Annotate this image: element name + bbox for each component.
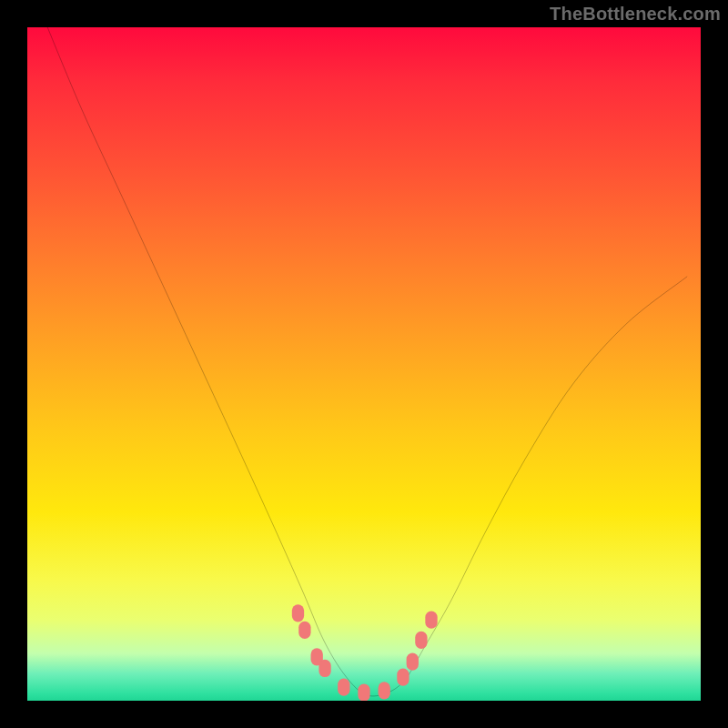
watermark-text: TheBottleneck.com bbox=[550, 4, 721, 25]
range-dot bbox=[415, 632, 427, 649]
range-dot bbox=[379, 682, 390, 699]
range-dot bbox=[425, 612, 437, 629]
range-dot bbox=[407, 652, 419, 670]
range-dot bbox=[358, 684, 369, 702]
chart-frame: TheBottleneck.com bbox=[0, 0, 728, 728]
range-dot bbox=[397, 668, 409, 685]
range-dot bbox=[318, 660, 330, 677]
range-dot bbox=[292, 604, 304, 622]
plot-area bbox=[27, 27, 701, 701]
range-dot bbox=[298, 622, 310, 639]
range-dots bbox=[292, 604, 438, 701]
range-dot bbox=[338, 679, 349, 696]
bottleneck-curve bbox=[47, 27, 687, 696]
curve-layer bbox=[27, 27, 701, 701]
